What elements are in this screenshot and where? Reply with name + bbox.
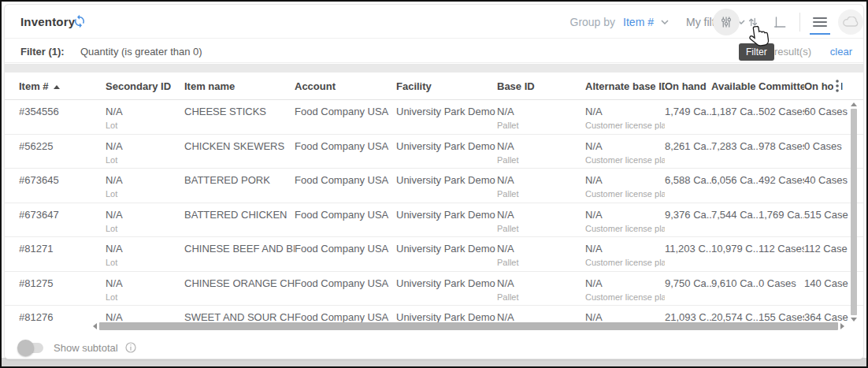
cell-account: Food Company USA	[295, 272, 396, 306]
filter-count-label: Filter (1):	[20, 46, 65, 58]
cell-item-name: BATTERED CHICKEN	[184, 203, 295, 237]
cell-item-number: #56225	[19, 135, 106, 169]
cell-alternate-base-id: N/ACustomer license plate nu...	[585, 203, 665, 237]
cell-alternate-base-id: N/ACustomer license plate nu...	[585, 272, 665, 306]
cell-secondary-id: N/ALot	[106, 272, 184, 306]
sort-ascending-icon	[54, 85, 60, 89]
scroll-right-arrow-icon[interactable]	[840, 323, 844, 329]
toolbar: Inventory Group by Item # My filters	[5, 5, 863, 39]
cell-item-name: CHEESE STICKS	[184, 100, 295, 134]
cell-available: 6,056 Ca...	[711, 169, 759, 203]
inventory-panel: Inventory Group by Item # My filters	[4, 4, 864, 359]
column-header-committed[interactable]: Committed...	[759, 72, 804, 100]
cell-base-id: N/APallet	[497, 272, 585, 306]
group-by-label: Group by	[570, 16, 616, 28]
column-header-alternate-base-id[interactable]: Alternate base ID	[585, 72, 665, 100]
refresh-icon[interactable]	[72, 14, 87, 28]
cell-base-id: N/APallet	[497, 237, 585, 271]
scroll-left-arrow-icon[interactable]	[93, 323, 97, 329]
cell-item-number: #81271	[19, 237, 106, 271]
cell-item-name: CHICKEN SKEWERS	[184, 135, 295, 169]
cell-facility: University Park Demo	[396, 237, 497, 271]
chart-axis-icon[interactable]	[766, 9, 793, 35]
toggle-knob	[17, 340, 34, 356]
cell-secondary-id: N/ALot	[106, 100, 184, 134]
cell-item-number: #354556	[19, 100, 106, 134]
cell-alternate-base-id: N/ACustomer license plate nu...	[585, 135, 665, 169]
column-header-on-hold[interactable]: On hold	[804, 72, 859, 100]
column-header-on-hand[interactable]: On hand	[665, 72, 711, 100]
column-header-facility[interactable]: Facility	[396, 72, 497, 100]
table-row[interactable]: #673647 N/ALot BATTERED CHICKEN Food Com…	[5, 203, 863, 238]
cell-committed: 1,769 Ca...	[759, 203, 804, 237]
export-cloud-icon[interactable]	[838, 9, 863, 35]
cell-on-hand: 6,588 Ca...	[665, 169, 711, 203]
cell-on-hand: 9,376 Ca...	[665, 203, 711, 237]
cell-item-number: #673645	[19, 169, 106, 203]
cell-available: 9,610 Ca...	[711, 272, 759, 306]
scroll-down-arrow-icon[interactable]	[851, 318, 857, 322]
cell-secondary-id: N/ALot	[106, 237, 184, 271]
table-row[interactable]: #81275 N/ALot CHINESE ORANGE CHI... Food…	[5, 272, 863, 307]
toolbar-icon-group	[713, 8, 863, 36]
cell-base-id: N/APallet	[497, 135, 585, 169]
cell-committed: 0 Cases	[759, 272, 804, 306]
cell-secondary-id: N/ALot	[106, 135, 184, 169]
list-view-tab[interactable]	[807, 9, 833, 35]
show-subtotal-toggle[interactable]	[18, 343, 43, 353]
cell-base-id: N/APallet	[497, 203, 585, 237]
cell-alternate-base-id: N/ACustomer license plate nu...	[585, 169, 665, 203]
column-menu-kebab-icon[interactable]	[833, 80, 841, 92]
cell-account: Food Company USA	[295, 237, 396, 271]
cell-available: 7,544 Ca...	[711, 203, 759, 237]
cell-item-name: CHINESE BEEF AND BR...	[184, 237, 295, 271]
cell-on-hand: 8,261 Ca...	[665, 135, 711, 169]
cell-alternate-base-id: N/ACustomer license plate nu...	[585, 237, 665, 271]
app-window: Inventory Group by Item # My filters	[0, 0, 868, 368]
table-row[interactable]: #56225 N/ALot CHICKEN SKEWERS Food Compa…	[5, 135, 863, 169]
hand-cursor-icon	[747, 24, 773, 54]
info-icon[interactable]	[125, 342, 136, 353]
cell-committed: 978 Cases	[759, 135, 804, 169]
cell-on-hand: 1,749 Ca...	[665, 100, 711, 134]
cell-committed: 502 Cases	[759, 100, 804, 134]
filter-icon[interactable]	[713, 9, 740, 35]
column-header-account[interactable]: Account	[295, 72, 396, 100]
section-gap	[5, 64, 863, 72]
group-by-select[interactable]: Item #	[623, 16, 654, 28]
column-header-available[interactable]: Available ...	[711, 72, 759, 100]
cell-facility: University Park Demo	[396, 135, 497, 169]
cell-account: Food Company USA	[295, 100, 396, 134]
column-header-item-name[interactable]: Item name	[184, 72, 295, 100]
page-title: Inventory	[20, 15, 75, 28]
table-row[interactable]: #673645 N/ALot BATTERED PORK Food Compan…	[5, 169, 863, 203]
vertical-scrollbar-thumb[interactable]	[851, 109, 857, 315]
cell-facility: University Park Demo	[396, 100, 497, 134]
horizontal-scrollbar[interactable]	[93, 322, 844, 331]
column-header-base-id[interactable]: Base ID	[497, 72, 585, 100]
table-row[interactable]: #81271 N/ALot CHINESE BEEF AND BR... Foo…	[5, 237, 863, 272]
show-subtotal-label: Show subtotal	[54, 342, 118, 354]
cell-item-number: #673647	[19, 203, 106, 237]
cell-item-name: CHINESE ORANGE CHI...	[184, 272, 295, 306]
table-header: Item # Secondary ID Item name Account Fa…	[5, 72, 863, 100]
table-row[interactable]: #354556 N/ALot CHEESE STICKS Food Compan…	[5, 100, 863, 135]
vertical-scrollbar[interactable]	[850, 102, 857, 322]
cell-committed: 492 Cases	[759, 169, 804, 203]
table-body: #354556 N/ALot CHEESE STICKS Food Compan…	[5, 100, 863, 333]
column-header-item-number[interactable]: Item #	[19, 72, 106, 100]
table-footer: Show subtotal	[5, 333, 863, 359]
chevron-down-icon[interactable]	[661, 20, 669, 24]
column-header-secondary-id[interactable]: Secondary ID	[106, 72, 184, 100]
cell-secondary-id: N/ALot	[106, 169, 184, 203]
clear-filters-link[interactable]: clear	[830, 46, 852, 58]
cell-base-id: N/APallet	[497, 100, 585, 134]
cell-facility: University Park Demo	[396, 169, 497, 203]
cell-on-hand: 11,203 C...	[665, 237, 711, 271]
cell-account: Food Company USA	[295, 203, 396, 237]
toolbar-divider	[799, 13, 800, 32]
cell-account: Food Company USA	[295, 169, 396, 203]
cell-available: 10,979 C...	[711, 237, 759, 271]
horizontal-scrollbar-thumb[interactable]	[99, 322, 838, 330]
scroll-up-arrow-icon[interactable]	[851, 102, 857, 106]
